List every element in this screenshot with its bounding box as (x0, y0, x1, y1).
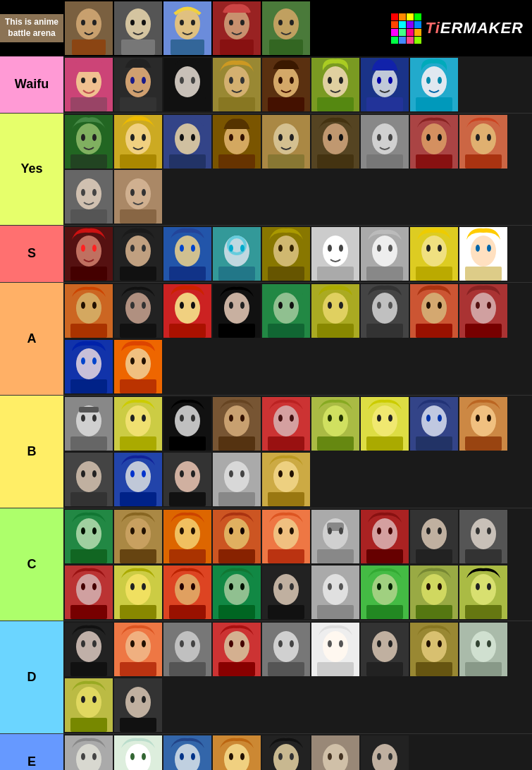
tier-label-b: B (0, 396, 63, 508)
svg-point-193 (323, 293, 348, 324)
tier-label-c: C (0, 508, 63, 621)
svg-point-256 (388, 415, 392, 422)
tiermaker-logo: TiERMAKER (383, 13, 532, 44)
svg-point-386 (81, 640, 85, 647)
svg-point-291 (290, 470, 294, 477)
svg-point-23 (290, 20, 294, 25)
svg-rect-176 (120, 324, 156, 338)
svg-point-352 (191, 583, 195, 590)
list-item (65, 510, 113, 563)
svg-point-78 (180, 134, 184, 141)
svg-point-190 (290, 302, 294, 309)
list-item (114, 566, 162, 619)
svg-point-195 (339, 302, 343, 309)
svg-point-296 (92, 527, 97, 534)
svg-point-441 (81, 753, 85, 760)
svg-point-165 (487, 245, 491, 252)
list-item (410, 284, 458, 338)
header-characters (63, 0, 383, 56)
list-item (361, 115, 409, 169)
svg-rect-287 (218, 492, 255, 506)
svg-rect-45 (218, 97, 255, 111)
list-item (213, 284, 261, 338)
svg-point-377 (438, 583, 442, 590)
tier-row-waifu: Waifu (0, 56, 532, 114)
svg-point-234 (175, 405, 200, 436)
list-item (65, 340, 113, 393)
svg-point-108 (476, 134, 480, 141)
svg-point-33 (130, 77, 135, 84)
svg-rect-317 (268, 549, 304, 563)
svg-rect-9 (121, 39, 155, 55)
list-item (163, 566, 211, 619)
list-item (213, 397, 261, 451)
list-item (262, 510, 310, 563)
svg-point-226 (92, 415, 97, 422)
list-item (114, 623, 162, 676)
svg-point-310 (229, 527, 233, 534)
svg-rect-353 (169, 605, 206, 619)
svg-point-355 (224, 574, 249, 605)
svg-point-330 (421, 518, 447, 549)
svg-rect-378 (416, 605, 452, 619)
list-item (65, 566, 113, 619)
svg-rect-60 (366, 97, 403, 111)
svg-rect-151 (317, 267, 354, 281)
svg-point-341 (81, 583, 85, 590)
svg-point-295 (81, 527, 85, 534)
svg-point-266 (487, 415, 491, 422)
svg-point-451 (180, 753, 184, 760)
svg-point-210 (487, 302, 491, 309)
svg-rect-125 (70, 267, 107, 281)
list-item (262, 566, 310, 619)
svg-point-406 (278, 640, 283, 647)
tier-row-c: C (0, 508, 532, 621)
svg-point-74 (142, 134, 146, 141)
svg-point-139 (229, 245, 233, 252)
svg-point-314 (273, 518, 299, 549)
svg-rect-302 (120, 549, 156, 563)
svg-rect-100 (366, 154, 403, 169)
svg-point-184 (229, 302, 233, 309)
svg-point-149 (328, 245, 332, 252)
list-item (311, 115, 359, 169)
svg-point-220 (142, 358, 146, 365)
svg-point-415 (372, 631, 397, 662)
svg-point-119 (142, 189, 146, 196)
svg-rect-211 (465, 324, 502, 338)
svg-point-198 (372, 293, 397, 324)
list-item (163, 510, 211, 563)
list-item (163, 397, 211, 451)
svg-point-68 (81, 134, 85, 141)
svg-point-442 (92, 753, 97, 760)
list-item (213, 566, 261, 619)
tier-row-yes: Yes (0, 114, 532, 226)
svg-point-387 (92, 640, 97, 647)
svg-point-154 (377, 245, 381, 252)
svg-rect-272 (70, 492, 107, 506)
svg-rect-115 (70, 209, 107, 224)
list-item (311, 284, 359, 338)
svg-point-43 (229, 77, 233, 84)
svg-rect-323 (317, 549, 354, 563)
svg-point-114 (92, 189, 97, 196)
svg-rect-24 (269, 39, 303, 55)
svg-point-284 (224, 461, 249, 492)
svg-rect-428 (465, 662, 502, 676)
svg-point-430 (76, 687, 101, 718)
svg-point-153 (372, 236, 397, 267)
svg-point-275 (130, 470, 135, 477)
list-item (213, 227, 261, 281)
svg-rect-408 (268, 662, 304, 676)
list-item (262, 227, 310, 281)
tier-content-d (63, 621, 532, 733)
svg-point-98 (377, 134, 381, 141)
svg-rect-398 (169, 662, 206, 676)
svg-point-213 (76, 348, 101, 379)
svg-rect-201 (366, 324, 403, 338)
svg-point-214 (81, 358, 85, 365)
list-item (65, 453, 113, 506)
svg-rect-307 (169, 549, 206, 563)
svg-point-381 (476, 583, 480, 590)
svg-point-34 (142, 77, 146, 84)
